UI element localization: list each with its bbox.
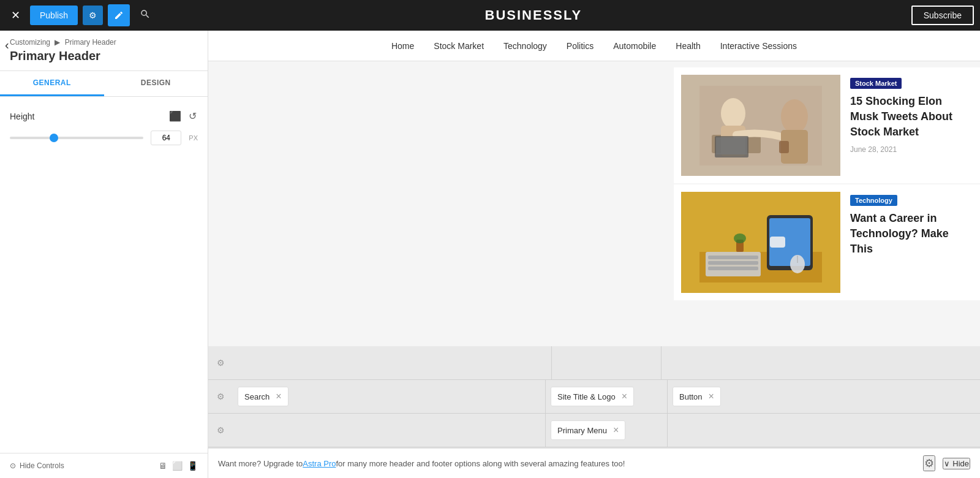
nav-item-technology[interactable]: Technology	[494, 41, 557, 51]
bottom-bar-text-after: for many more header and footer options …	[336, 459, 625, 468]
article-info-1: Stock Market 15 Shocking Elon Musk Tweet…	[850, 75, 973, 176]
site-title: BUSINESSLY	[160, 7, 907, 23]
primary-menu-chip[interactable]: Primary Menu ×	[551, 420, 625, 440]
builder-zone-3-center[interactable]: Primary Menu ×	[545, 414, 668, 447]
svg-rect-15	[708, 261, 758, 265]
builder-zone-3-left[interactable]	[233, 414, 545, 447]
left-panel: ‹ Customizing ▶ Primary Header Primary H…	[0, 31, 208, 478]
nav-item-interactive[interactable]: Interactive Sessions	[710, 41, 807, 51]
desktop-device-button[interactable]: 🖥	[159, 461, 167, 471]
nav-item-home[interactable]: Home	[382, 41, 424, 51]
control-icons: ⬛ ↺	[168, 109, 198, 123]
svg-point-2	[721, 98, 745, 129]
hide-controls-button[interactable]: ⊙ Hide Controls	[10, 461, 64, 470]
builder-row-3: ⚙ Primary Menu ×	[208, 414, 980, 447]
search-chip-remove[interactable]: ×	[276, 391, 281, 402]
builder-gear-3[interactable]: ⚙	[208, 414, 233, 447]
site-title-logo-chip-remove[interactable]: ×	[622, 391, 627, 402]
back-button[interactable]: ‹	[5, 38, 9, 52]
height-label: Height	[10, 112, 34, 121]
panel-title: Primary Header	[10, 49, 198, 63]
article-category-2[interactable]: Technology	[850, 195, 897, 206]
article-thumbnail-2	[681, 192, 840, 293]
builder-gear-2[interactable]: ⚙	[208, 380, 233, 413]
top-toolbar: ✕ Publish ⚙ BUSINESSLY Subscribe	[0, 0, 980, 31]
articles-section: Stock Market 15 Shocking Elon Musk Tweet…	[674, 67, 980, 302]
article-thumbnail-1	[681, 75, 840, 176]
svg-rect-8	[779, 141, 789, 153]
article-card-1: Stock Market 15 Shocking Elon Musk Tweet…	[674, 67, 980, 183]
height-slider[interactable]	[10, 137, 143, 139]
button-chip-remove[interactable]: ×	[709, 391, 714, 402]
tab-general[interactable]: GENERAL	[0, 71, 104, 96]
edit-mode-button[interactable]	[108, 4, 130, 26]
subscribe-button[interactable]: Subscribe	[911, 6, 974, 25]
nav-item-politics[interactable]: Politics	[557, 41, 603, 51]
close-button[interactable]: ✕	[6, 6, 25, 25]
svg-rect-14	[708, 256, 758, 259]
builder-zone-1-center[interactable]	[551, 346, 662, 379]
tab-design[interactable]: DESIGN	[104, 71, 208, 96]
primary-menu-chip-remove[interactable]: ×	[613, 425, 619, 436]
svg-point-4	[781, 99, 808, 134]
article-title-2[interactable]: Want a Career in Technology? Make This	[850, 211, 973, 257]
reset-icon[interactable]: ↺	[187, 109, 198, 123]
main-layout: ‹ Customizing ▶ Primary Header Primary H…	[0, 0, 980, 478]
search-button[interactable]	[135, 6, 156, 25]
slider-row: PX	[10, 131, 198, 145]
article-category-1[interactable]: Stock Market	[850, 78, 902, 89]
bottom-bar: Want more? Upgrade to Astra Pro for many…	[208, 447, 980, 478]
builder-zone-2-center[interactable]: Site Title & Logo ×	[545, 380, 668, 413]
button-chip-label: Button	[679, 392, 703, 401]
svg-rect-7	[716, 137, 747, 154]
circle-icon: ⊙	[10, 461, 16, 470]
height-value-input[interactable]	[151, 131, 181, 145]
site-title-logo-chip-label: Site Title & Logo	[557, 392, 616, 401]
content-area: Stock Market 15 Shocking Elon Musk Tweet…	[208, 61, 980, 447]
height-unit: PX	[189, 134, 198, 142]
builder-zone-3-right[interactable]	[668, 414, 980, 447]
svg-rect-19	[770, 237, 785, 248]
primary-menu-chip-label: Primary Menu	[557, 426, 607, 435]
panel-content: Height ⬛ ↺ PX	[0, 97, 208, 287]
bottom-bar-right: ⚙ ∨ Hide	[923, 455, 970, 471]
tech-image	[681, 192, 840, 293]
builder-zone-2-left[interactable]: Search ×	[233, 380, 545, 413]
builder-zone-1-right[interactable]	[662, 346, 980, 379]
nav-bar: Home Stock Market Technology Politics Au…	[208, 31, 980, 61]
desktop-icon[interactable]: ⬛	[168, 109, 183, 123]
hide-button[interactable]: ∨ Hide	[943, 458, 970, 469]
article-title-1[interactable]: 15 Shocking Elon Musk Tweets About Stock…	[850, 94, 973, 140]
nav-item-automobile[interactable]: Automobile	[603, 41, 666, 51]
right-area: Home Stock Market Technology Politics Au…	[208, 31, 980, 478]
publish-settings-button[interactable]: ⚙	[83, 6, 103, 25]
chevron-down-icon: ∨	[944, 459, 950, 468]
bottom-gear-button[interactable]: ⚙	[923, 455, 935, 471]
svg-point-21	[734, 233, 746, 243]
mobile-device-button[interactable]: 📱	[187, 461, 198, 471]
builder-row-1: ⚙	[208, 346, 980, 380]
search-chip-label: Search	[244, 392, 270, 401]
astra-pro-link[interactable]: Astra Pro	[303, 459, 336, 468]
publish-button[interactable]: Publish	[30, 6, 78, 25]
article-date-1: June 28, 2021	[850, 145, 973, 154]
builder-zone-1-left[interactable]	[233, 346, 551, 379]
tablet-device-button[interactable]: ⬜	[172, 461, 183, 471]
site-title-logo-chip[interactable]: Site Title & Logo ×	[551, 387, 634, 406]
height-control-row: Height ⬛ ↺	[10, 109, 198, 123]
panel-tabs: GENERAL DESIGN	[0, 71, 208, 97]
nav-item-health[interactable]: Health	[666, 41, 710, 51]
builder-gear-1[interactable]: ⚙	[208, 346, 233, 379]
handshake-image	[681, 75, 840, 176]
article-card-2: Technology Want a Career in Technology? …	[674, 184, 980, 300]
panel-footer: ⊙ Hide Controls 🖥 ⬜ 📱	[0, 453, 208, 478]
button-chip[interactable]: Button ×	[673, 387, 721, 406]
bottom-bar-text-before: Want more? Upgrade to	[218, 459, 303, 468]
nav-item-stockmarket[interactable]: Stock Market	[424, 41, 494, 51]
search-chip[interactable]: Search ×	[238, 387, 288, 406]
builder-zone-2-right[interactable]: Button ×	[668, 380, 980, 413]
svg-rect-16	[708, 267, 758, 270]
article-info-2: Technology Want a Career in Technology? …	[850, 192, 973, 293]
builder-section: ⚙ ⚙ Search × Si	[208, 346, 980, 447]
device-buttons: 🖥 ⬜ 📱	[159, 461, 198, 471]
